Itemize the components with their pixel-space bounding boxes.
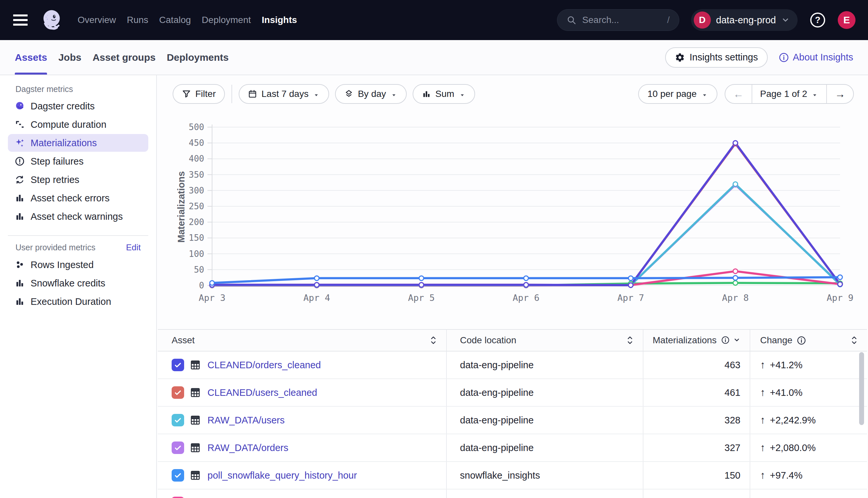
insights-settings-button[interactable]: Insights settings bbox=[665, 47, 768, 68]
materializations-count: 461 bbox=[725, 387, 740, 398]
top-nav-link-insights[interactable]: Insights bbox=[262, 15, 297, 25]
x-tick-label: Apr 9 bbox=[827, 293, 853, 303]
data-point-marker[interactable] bbox=[733, 182, 738, 187]
alert-circle-icon bbox=[15, 156, 25, 166]
aggregation-label: Sum bbox=[435, 89, 455, 99]
materializations-chart[interactable]: 050100150200250300350400450500Apr 3Apr 4… bbox=[170, 121, 860, 312]
series-checkbox[interactable] bbox=[171, 359, 184, 371]
sidebar-item-rows-ingested[interactable]: Rows Ingested bbox=[8, 256, 148, 274]
data-point-marker[interactable] bbox=[733, 280, 738, 285]
filter-icon bbox=[182, 89, 191, 99]
data-point-marker[interactable] bbox=[314, 276, 319, 280]
insights-tab-bar: AssetsJobsAsset groupsDeployments Insigh… bbox=[0, 40, 868, 75]
series-checkbox[interactable] bbox=[171, 469, 184, 482]
top-nav-link-catalog[interactable]: Catalog bbox=[159, 15, 191, 25]
series-checkbox[interactable] bbox=[171, 442, 184, 454]
info-icon[interactable] bbox=[797, 336, 806, 345]
series-line-cleaned-users-cleaned[interactable] bbox=[212, 144, 840, 285]
series-checkbox[interactable] bbox=[171, 497, 184, 498]
next-page-button[interactable]: → bbox=[826, 85, 853, 103]
edit-metrics-link[interactable]: Edit bbox=[126, 243, 141, 253]
top-nav-link-overview[interactable]: Overview bbox=[78, 15, 116, 25]
column-header-label: Change bbox=[760, 335, 792, 345]
sidebar-item-label: Compute duration bbox=[30, 119, 106, 130]
search-input[interactable]: Search... / bbox=[557, 9, 679, 31]
compute-duration-icon bbox=[15, 120, 25, 129]
filter-button[interactable]: Filter bbox=[173, 84, 225, 104]
per-page-button[interactable]: 10 per page bbox=[638, 84, 717, 104]
sidebar-item-execution-duration[interactable]: Execution Duration bbox=[8, 293, 148, 311]
series-checkbox[interactable] bbox=[171, 386, 184, 399]
data-point-marker[interactable] bbox=[419, 276, 424, 280]
data-point-marker[interactable] bbox=[628, 283, 633, 287]
vertical-scrollbar[interactable] bbox=[859, 352, 864, 425]
data-point-marker[interactable] bbox=[524, 276, 528, 280]
data-point-marker[interactable] bbox=[419, 283, 424, 287]
data-point-marker[interactable] bbox=[628, 276, 633, 280]
sidebar-item-step-retries[interactable]: Step retries bbox=[8, 171, 148, 188]
asset-link[interactable]: CLEANED/orders_cleaned bbox=[207, 360, 321, 370]
table-row: poll_snowflake_query_history_hoursnowfla… bbox=[158, 462, 867, 489]
info-icon[interactable] bbox=[722, 336, 730, 345]
aggregation-button[interactable]: Sum bbox=[413, 84, 475, 104]
data-point-marker[interactable] bbox=[733, 269, 738, 274]
asset-table-icon bbox=[190, 415, 201, 426]
sort-icon[interactable] bbox=[430, 336, 437, 345]
series-checkbox[interactable] bbox=[171, 414, 184, 427]
asset-link[interactable]: RAW_DATA/users bbox=[207, 415, 285, 426]
sidebar-item-snowflake-credits[interactable]: Snowflake credits bbox=[8, 274, 148, 292]
sidebar-item-compute-duration[interactable]: Compute duration bbox=[8, 116, 148, 133]
series-line-raw-data-orders[interactable] bbox=[212, 185, 840, 285]
table-row: RAW_DATA/usersdata-eng-pipeline328↑+2,24… bbox=[158, 407, 867, 434]
top-nav-link-runs[interactable]: Runs bbox=[127, 15, 148, 25]
tab-deployments[interactable]: Deployments bbox=[167, 40, 229, 75]
data-point-marker[interactable] bbox=[210, 280, 214, 285]
asset-link[interactable]: poll_snowflake_query_history_hour bbox=[207, 470, 357, 481]
help-icon[interactable]: ? bbox=[809, 12, 826, 28]
asset-link[interactable]: RAW_DATA/orders bbox=[207, 443, 288, 453]
hamburger-menu-icon[interactable] bbox=[13, 14, 28, 26]
dagster-credits-icon bbox=[15, 101, 25, 111]
sidebar-item-materializations[interactable]: Materializations bbox=[8, 134, 148, 152]
tab-asset-groups[interactable]: Asset groups bbox=[92, 40, 155, 75]
code-location: data-eng-pipeline bbox=[460, 415, 534, 426]
asset-link[interactable]: CLEANED/users_cleaned bbox=[207, 387, 317, 398]
tab-assets[interactable]: Assets bbox=[15, 40, 47, 75]
data-point-marker[interactable] bbox=[733, 276, 738, 280]
table-row: CLEANED/users_cleaneddata-eng-pipeline46… bbox=[158, 379, 867, 407]
arrow-up-icon: ↑ bbox=[760, 442, 765, 454]
deployment-name: data-eng-prod bbox=[716, 15, 776, 26]
sidebar-item-step-failures[interactable]: Step failures bbox=[8, 153, 148, 170]
top-nav-link-deployment[interactable]: Deployment bbox=[202, 15, 251, 25]
sidebar-item-label: Materializations bbox=[30, 137, 97, 148]
data-point-marker[interactable] bbox=[524, 283, 528, 287]
granularity-button[interactable]: By day bbox=[335, 84, 407, 104]
about-insights-label: About Insights bbox=[793, 52, 853, 63]
series-line-raw-data-users[interactable] bbox=[212, 184, 840, 286]
sidebar-item-dagster-credits[interactable]: Dagster credits bbox=[8, 97, 148, 115]
sparkles-icon bbox=[15, 138, 25, 148]
deployment-switcher[interactable]: D data-eng-prod bbox=[691, 9, 797, 31]
data-point-marker[interactable] bbox=[838, 275, 842, 279]
tab-jobs[interactable]: Jobs bbox=[58, 40, 81, 75]
dagster-logo-icon[interactable] bbox=[39, 7, 64, 33]
data-point-marker[interactable] bbox=[838, 282, 842, 286]
sort-icon[interactable] bbox=[626, 336, 634, 345]
sidebar-item-label: Asset check errors bbox=[30, 193, 110, 204]
previous-page-button[interactable]: ← bbox=[725, 85, 752, 103]
page-select-button[interactable]: Page 1 of 2 bbox=[752, 85, 826, 103]
data-point-marker[interactable] bbox=[733, 141, 738, 145]
column-header-code-location: Code location bbox=[446, 330, 643, 351]
about-insights-link[interactable]: About Insights bbox=[779, 52, 853, 63]
sidebar-item-asset-check-errors[interactable]: Asset check errors bbox=[8, 189, 148, 207]
date-range-button[interactable]: Last 7 days bbox=[239, 84, 329, 104]
change-percent: +41.2% bbox=[770, 360, 803, 370]
y-tick-label: 50 bbox=[194, 265, 204, 275]
table-row: CLEANED/orders_cleaneddata-eng-pipeline4… bbox=[158, 352, 867, 379]
sort-icon[interactable] bbox=[851, 336, 858, 345]
chevron-down-icon[interactable] bbox=[733, 336, 740, 344]
data-point-marker[interactable] bbox=[314, 283, 319, 287]
sidebar-item-asset-check-warnings[interactable]: Asset check warnings bbox=[8, 208, 148, 225]
user-avatar[interactable]: E bbox=[838, 11, 855, 29]
series-line-cleaned-orders-cleaned[interactable] bbox=[212, 143, 840, 285]
